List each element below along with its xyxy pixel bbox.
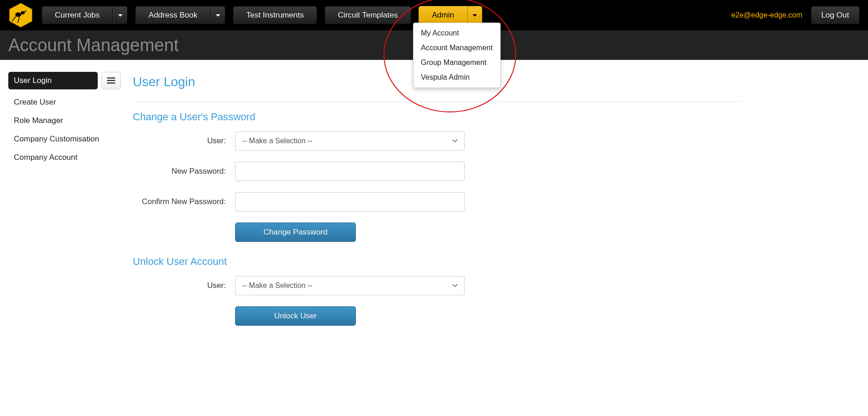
label-confirm-password: Confirm New Password: <box>133 197 235 206</box>
nav-admin[interactable]: Admin <box>419 6 467 24</box>
dropdown-group-management[interactable]: Group Management <box>413 55 500 70</box>
dropdown-my-account[interactable]: My Account <box>413 26 500 41</box>
svg-rect-4 <box>107 80 115 82</box>
top-right: e2e@edge-edge.com Log Out <box>731 6 860 24</box>
svg-rect-3 <box>107 77 115 79</box>
change-password-button-row: Change Password <box>235 223 741 242</box>
user-select-value: -- Make a Selection -- <box>242 137 313 145</box>
unlock-user-select[interactable]: -- Make a Selection -- <box>235 276 465 295</box>
new-password-input[interactable] <box>235 162 465 181</box>
confirm-password-input[interactable] <box>235 192 465 211</box>
nav-buttons: Current Jobs Address Book Test Instrumen… <box>41 6 482 24</box>
sidebar-tabs-row: User Login <box>8 72 121 89</box>
nav-address-book[interactable]: Address Book <box>135 6 211 24</box>
user-select[interactable]: -- Make a Selection -- <box>235 131 465 151</box>
caret-down-icon <box>216 14 220 17</box>
nav-address-book-group: Address Book <box>135 6 225 24</box>
page-body: User Login Create User Role Manager Comp… <box>0 60 868 326</box>
content: User Login Change a User's Password User… <box>133 72 741 326</box>
sidebar-item-company-customisation[interactable]: Company Customisation <box>8 130 121 148</box>
logout-button[interactable]: Log Out <box>811 6 860 24</box>
change-password-button[interactable]: Change Password <box>235 223 356 242</box>
label-new-password: New Password: <box>133 167 235 176</box>
form-row-confirm-password: Confirm New Password: <box>133 192 741 211</box>
hamburger-icon <box>107 77 115 84</box>
page-title: Account Management <box>8 35 179 55</box>
unlock-user-button[interactable]: Unlock User <box>235 306 356 326</box>
nav-admin-group: Admin <box>419 6 482 24</box>
admin-dropdown: My Account Account Management Group Mana… <box>413 23 501 88</box>
sidebar-item-company-account[interactable]: Company Account <box>8 148 121 167</box>
nav-address-book-caret[interactable] <box>211 6 225 24</box>
divider <box>133 101 741 102</box>
wasp-logo <box>8 3 33 28</box>
unlock-user-select-value: -- Make a Selection -- <box>242 281 313 290</box>
sidebar: User Login Create User Role Manager Comp… <box>8 72 121 326</box>
sidebar-item-role-manager[interactable]: Role Manager <box>8 111 121 130</box>
dropdown-account-management[interactable]: Account Management <box>413 41 500 55</box>
caret-down-icon <box>118 14 123 17</box>
nav-current-jobs-group: Current Jobs <box>41 6 128 24</box>
top-nav: Current Jobs Address Book Test Instrumen… <box>0 0 868 30</box>
dropdown-vespula-admin[interactable]: Vespula Admin <box>413 70 500 85</box>
nav-admin-caret[interactable] <box>467 6 482 24</box>
user-email-link[interactable]: e2e@edge-edge.com <box>731 11 802 19</box>
chevron-down-icon <box>452 138 458 144</box>
unlock-user-heading: Unlock User Account <box>133 256 741 268</box>
sidebar-item-user-login[interactable]: User Login <box>8 72 98 89</box>
caret-down-icon <box>472 14 477 17</box>
svg-rect-5 <box>107 82 115 84</box>
nav-test-instruments[interactable]: Test Instruments <box>233 6 317 24</box>
nav-current-jobs[interactable]: Current Jobs <box>41 6 113 24</box>
nav-current-jobs-caret[interactable] <box>113 6 128 24</box>
unlock-user-button-row: Unlock User <box>235 306 741 326</box>
form-row-unlock-user: User: -- Make a Selection -- <box>133 276 741 295</box>
label-user: User: <box>133 136 235 146</box>
change-password-heading: Change a User's Password <box>133 111 741 123</box>
sidebar-toggle-button[interactable] <box>101 72 121 89</box>
label-unlock-user: User: <box>133 281 235 290</box>
chevron-down-icon <box>452 283 458 288</box>
nav-circuit-templates[interactable]: Circuit Templates <box>325 6 411 24</box>
form-row-user: User: -- Make a Selection -- <box>133 131 741 151</box>
svg-point-1 <box>15 12 21 17</box>
form-row-new-password: New Password: <box>133 162 741 181</box>
sidebar-item-create-user[interactable]: Create User <box>8 93 121 111</box>
